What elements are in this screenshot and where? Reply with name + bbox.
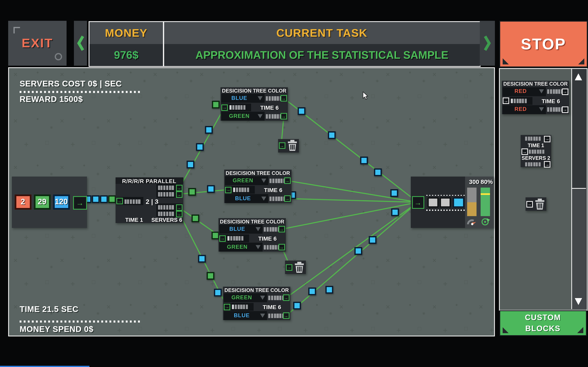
progress-bar	[268, 295, 284, 300]
output-port-icon[interactable]: →	[283, 312, 289, 319]
queue-slot	[440, 197, 451, 207]
decision-tree-node[interactable]: DESICISION TREE COLOR BLUE → → TIME 6 GR…	[218, 218, 286, 252]
input-port-icon[interactable]: →	[219, 235, 226, 242]
output-port-icon[interactable]: →	[73, 196, 87, 209]
corner-triangle-icon	[577, 327, 583, 333]
queue-slot	[453, 197, 464, 207]
data-packet-blue	[297, 107, 305, 115]
exit-button[interactable]: EXIT	[8, 21, 67, 66]
output-port-icon[interactable]: →	[280, 113, 287, 119]
data-packet-blue	[354, 247, 362, 255]
progress-bar	[158, 185, 174, 190]
accuracy-target-line	[480, 193, 490, 195]
input-port-icon[interactable]: →	[279, 142, 285, 149]
output-port-icon[interactable]: →	[562, 106, 568, 113]
output-port-icon[interactable]: →	[176, 204, 182, 211]
progress-bar	[229, 105, 245, 110]
accuracy-value: 80%	[477, 178, 496, 185]
chevron-left-icon	[77, 35, 84, 51]
output-port-icon[interactable]: →	[284, 177, 291, 184]
time-label: TIME 6	[253, 104, 286, 111]
collapse-left-button[interactable]	[74, 21, 87, 66]
node-title: DESICISION TREE COLOR	[218, 219, 286, 225]
dropdown-triangle-icon[interactable]	[261, 178, 266, 183]
input-badge-green: 29	[34, 194, 51, 209]
data-packet-green	[211, 231, 219, 239]
output-port-icon[interactable]: →	[278, 226, 285, 233]
custom-blocks-label-1: CUSTOM	[525, 312, 561, 323]
output-port-icon[interactable]: →	[544, 136, 550, 142]
sidebar-trash-block[interactable]: →	[525, 197, 546, 211]
custom-blocks-label-2: BLOCKS	[525, 323, 561, 334]
sidebar-decision-tree-node[interactable]: DESICISION TREE COLOR RED → → TIME 6 RED…	[502, 81, 569, 114]
output-port-icon[interactable]: →	[562, 88, 568, 95]
input-port-icon[interactable]: →	[221, 104, 228, 111]
data-packet-green	[188, 188, 196, 196]
dropdown-triangle-icon[interactable]	[258, 96, 263, 100]
input-port-icon[interactable]: →	[224, 304, 230, 310]
input-port-icon[interactable]: →	[503, 98, 509, 104]
target-icon	[481, 217, 491, 225]
dropdown-triangle-icon[interactable]	[539, 89, 544, 93]
time-text: TIME 21.5 SEC	[20, 305, 78, 314]
input-port-icon[interactable]: →	[526, 201, 533, 207]
stop-button[interactable]: STOP	[499, 21, 588, 67]
output-port-icon[interactable]: →	[176, 191, 182, 198]
branch-label: GREEN	[219, 244, 255, 250]
output-result-block[interactable]: → 300 80%	[411, 176, 493, 228]
input-port-icon[interactable]: →	[412, 196, 424, 209]
output-port-icon[interactable]: →	[278, 244, 285, 250]
progress-bar	[547, 89, 563, 94]
data-packet-blue	[308, 287, 316, 295]
input-port-icon[interactable]: →	[225, 187, 232, 193]
input-port-icon[interactable]: →	[286, 264, 292, 271]
progress-bar	[525, 162, 541, 166]
dropdown-triangle-icon[interactable]	[261, 196, 266, 200]
custom-blocks-button[interactable]: CUSTOM BLOCKS	[499, 310, 587, 336]
output-port-icon[interactable]: →	[284, 195, 291, 202]
data-packet-green	[191, 214, 199, 222]
dropdown-triangle-icon[interactable]	[260, 313, 265, 317]
dropdown-triangle-icon[interactable]	[258, 114, 263, 118]
output-port-icon[interactable]: →	[283, 294, 289, 301]
sidebar-server-block[interactable]: → TIME 1 → SERVERS 2 →	[521, 135, 551, 167]
dropdown-triangle-icon[interactable]	[539, 107, 544, 111]
input-badge-red: 2	[15, 194, 31, 209]
data-packet-green	[108, 195, 116, 203]
dropdown-triangle-icon[interactable]	[256, 245, 260, 249]
output-port-icon[interactable]: →	[176, 211, 182, 217]
node-title: DESICISION TREE COLOR	[224, 170, 292, 176]
parallel-block[interactable]: R/R/R/R PARALLEL → 2 | 3 → → → → TIME 1 …	[115, 177, 183, 223]
node-title: DESICISION TREE COLOR	[502, 81, 569, 87]
branch-label: RED	[503, 106, 539, 112]
decision-tree-node[interactable]: DESICISION TREE COLOR GREEN → → TIME 6 B…	[224, 170, 292, 203]
chevron-right-icon	[484, 35, 491, 51]
decision-tree-node[interactable]: DESICISION TREE COLOR GREEN → → TIME 6 B…	[223, 287, 290, 320]
data-packet-blue	[374, 168, 381, 176]
time-label: TIME 1	[118, 217, 150, 223]
stop-label: STOP	[521, 35, 566, 53]
score-meter	[467, 187, 476, 216]
input-source-block[interactable]: 2 29 120 →	[12, 176, 87, 228]
trash-block[interactable]: →	[278, 139, 299, 152]
bottom-progress-strip	[0, 366, 89, 367]
output-port-icon[interactable]: →	[280, 95, 287, 101]
progress-bar	[525, 137, 541, 141]
output-port-icon[interactable]: →	[544, 161, 550, 167]
input-port-icon[interactable]: →	[116, 198, 123, 204]
decision-tree-node[interactable]: DESICISION TREE COLOR BLUE → → TIME 6 GR…	[221, 87, 288, 121]
servers-cost-text: SERVERS COST 0$ | SEC	[20, 79, 122, 89]
dropdown-triangle-icon[interactable]	[256, 227, 260, 231]
progress-bar	[268, 313, 284, 318]
branch-label: GREEN	[224, 294, 260, 300]
scrollbar-thumb[interactable]	[572, 189, 586, 309]
data-packet-blue	[196, 143, 204, 151]
data-packet-green	[207, 272, 214, 280]
input-port-icon[interactable]: →	[521, 149, 528, 155]
dotted-divider	[20, 320, 141, 322]
collapse-right-button[interactable]	[480, 21, 495, 66]
dropdown-triangle-icon[interactable]	[260, 295, 265, 300]
output-port-icon[interactable]: →	[176, 185, 182, 191]
current-task-label: CURRENT TASK	[164, 22, 480, 44]
trash-block[interactable]: →	[285, 261, 306, 274]
